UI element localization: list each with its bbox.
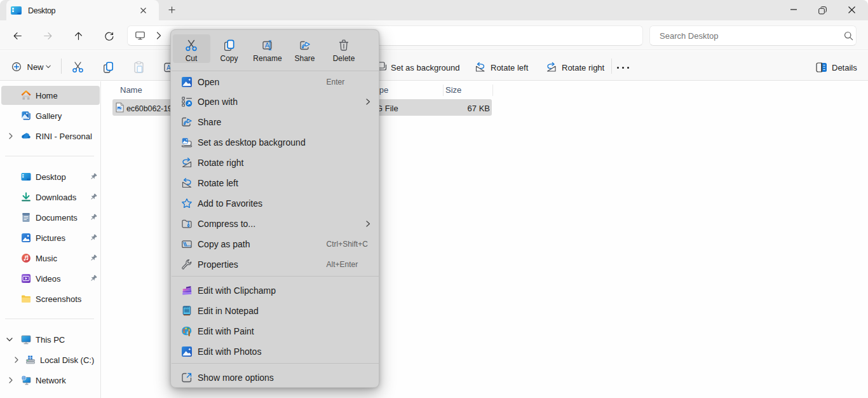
svg-text:A: A: [265, 41, 270, 48]
